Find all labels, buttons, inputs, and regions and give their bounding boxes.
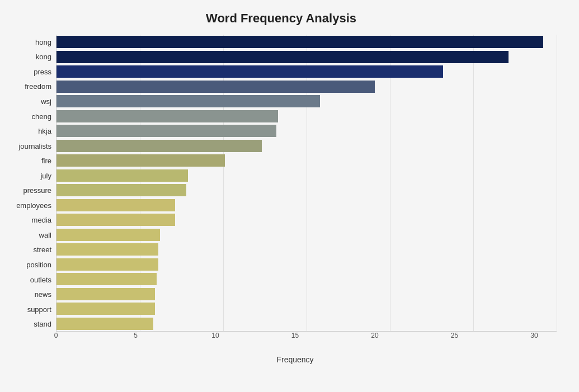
- bar-row: [57, 257, 557, 272]
- bar-street: [57, 243, 158, 256]
- y-axis-label: hong: [35, 35, 51, 50]
- y-axis-label: support: [27, 302, 51, 317]
- bar-row: [57, 287, 557, 302]
- chart-container: Word Frequency Analysis hongkongpressfre…: [0, 0, 579, 392]
- bar-kong: [57, 51, 509, 63]
- bar-row: [57, 139, 557, 154]
- y-axis-label: kong: [36, 50, 51, 65]
- bar-pressure: [57, 184, 186, 196]
- y-axis-label: stand: [34, 317, 51, 332]
- bar-row: [57, 183, 557, 198]
- bar-support: [57, 303, 155, 315]
- y-axis-label: july: [40, 168, 51, 183]
- bar-row: [57, 317, 557, 332]
- bar-row: [57, 124, 557, 139]
- bar-july: [57, 169, 188, 182]
- bar-journalists: [57, 140, 262, 152]
- y-axis-label: news: [35, 287, 51, 302]
- bar-freedom: [57, 81, 375, 93]
- bar-media: [57, 214, 175, 226]
- y-axis-labels: hongkongpressfreedomwsjchenghkjajournali…: [6, 35, 56, 332]
- bar-hong: [57, 36, 543, 48]
- y-axis-label: wall: [39, 228, 51, 243]
- bar-employees: [57, 199, 175, 211]
- bar-row: [57, 198, 557, 213]
- bar-row: [57, 153, 557, 168]
- chart-title: Word Frequency Analysis: [6, 11, 557, 26]
- grid-line: [557, 35, 557, 331]
- bar-press: [57, 65, 443, 78]
- bar-row: [57, 35, 557, 50]
- bar-wall: [57, 229, 160, 241]
- x-tick: 15: [291, 332, 299, 339]
- x-tick: 0: [54, 332, 58, 339]
- y-axis-label: fire: [41, 153, 51, 168]
- y-axis-label: cheng: [32, 109, 51, 124]
- bar-outlets: [57, 273, 157, 285]
- bar-row: [57, 64, 557, 79]
- bar-news: [57, 288, 155, 300]
- y-axis-label: freedom: [25, 79, 51, 95]
- bar-row: [57, 301, 557, 317]
- y-axis-label: hkja: [38, 124, 51, 139]
- bar-position: [57, 258, 158, 271]
- bar-row: [57, 242, 557, 257]
- y-axis-label: wsj: [41, 94, 51, 109]
- x-axis-label: Frequency: [56, 355, 534, 364]
- bar-row: [57, 79, 557, 95]
- bars-area: [56, 35, 557, 332]
- y-axis-label: street: [33, 243, 51, 258]
- bar-fire: [57, 154, 225, 167]
- x-tick: 25: [451, 332, 458, 339]
- y-axis-label: outlets: [30, 272, 51, 287]
- x-tick: 10: [211, 332, 219, 339]
- x-tick: 20: [371, 332, 378, 339]
- bar-row: [57, 228, 557, 243]
- bar-row: [57, 272, 557, 287]
- bar-row: [57, 168, 557, 183]
- y-axis-label: position: [26, 257, 51, 272]
- bar-cheng: [57, 110, 278, 122]
- bar-hkja: [57, 125, 276, 137]
- y-axis-label: employees: [16, 198, 51, 213]
- bar-row: [57, 50, 557, 65]
- x-tick: 5: [134, 332, 138, 339]
- bar-row: [57, 109, 557, 124]
- y-axis-label: press: [34, 64, 51, 79]
- bar-row: [57, 212, 557, 228]
- y-axis-label: pressure: [23, 183, 51, 198]
- bar-row: [57, 94, 557, 109]
- bar-stand: [57, 318, 153, 330]
- y-axis-label: media: [32, 213, 51, 228]
- y-axis-label: journalists: [18, 139, 51, 154]
- x-tick: 30: [530, 332, 538, 339]
- bar-wsj: [57, 95, 320, 107]
